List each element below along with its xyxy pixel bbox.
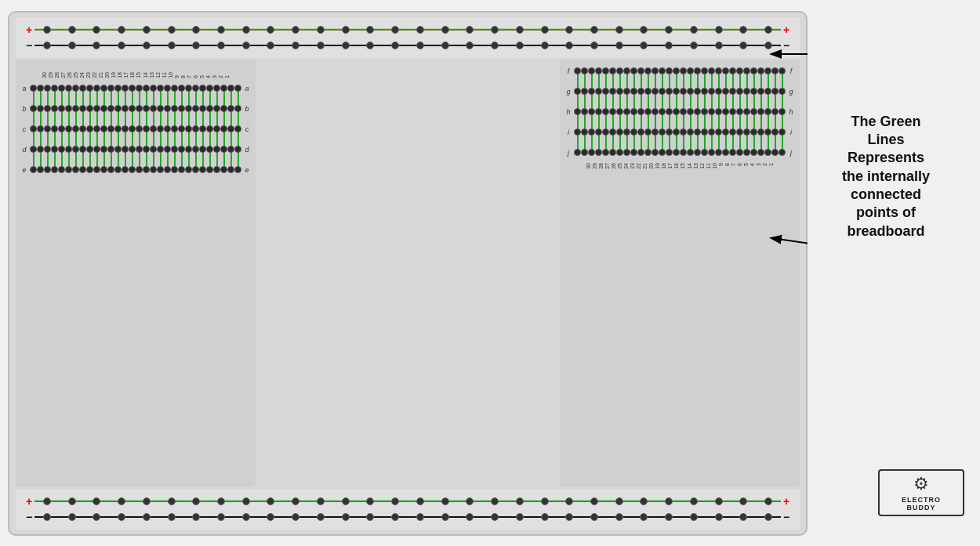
col-number-label: 17 <box>123 72 129 78</box>
grid-cell <box>722 61 729 81</box>
row-label-right: f <box>786 67 797 75</box>
grid-dot <box>206 105 213 112</box>
grid-cell <box>588 61 595 81</box>
annotation-line3: Represents <box>848 150 924 165</box>
rail-dot <box>242 497 250 505</box>
grid-dot <box>595 88 602 95</box>
rail-dot <box>292 513 299 521</box>
col-number-label: 27 <box>604 163 610 169</box>
grid-dot <box>122 105 129 112</box>
top-plus-dots <box>34 24 781 36</box>
grid-cell <box>581 61 588 81</box>
grid-dot <box>86 166 93 173</box>
grid-dot <box>220 85 227 92</box>
grid-dot <box>581 149 588 156</box>
rail-dot <box>764 42 772 49</box>
grid-dot <box>65 85 72 92</box>
grid-dot <box>199 85 206 92</box>
grid-dot <box>51 85 58 92</box>
grid-cell <box>100 78 107 99</box>
grid-dot <box>37 125 44 132</box>
grid-dot <box>143 146 150 153</box>
rail-dot <box>391 513 399 521</box>
grid-dot <box>595 149 602 156</box>
grid-dot <box>93 146 100 153</box>
rail-dot <box>317 26 325 34</box>
grid-dot <box>701 128 708 136</box>
rail-dot <box>366 513 374 521</box>
grid-dot <box>65 166 72 173</box>
rail-dot <box>416 497 424 505</box>
grid-cell <box>609 61 616 81</box>
grid-dot <box>588 128 595 136</box>
grid-dot <box>701 88 708 95</box>
grid-dot <box>129 166 136 173</box>
grid-dot <box>637 67 644 74</box>
grid-cell <box>192 78 199 99</box>
top-plus-label-right: + <box>781 24 792 36</box>
grid-dot <box>623 149 630 156</box>
row-label-left: c <box>19 125 30 133</box>
grid-dot <box>701 149 708 156</box>
grid-dot <box>107 146 114 153</box>
col-number-label: 11 <box>706 163 711 169</box>
grid-dot <box>30 146 37 153</box>
annotation-area: The Green Lines Represents the internall… <box>808 11 972 536</box>
grid-dot <box>185 166 192 173</box>
grid-cell <box>694 61 701 81</box>
bottom-grid-half: ffgghhiijj 30292827262524232221201918171… <box>560 60 800 487</box>
grid-dot <box>157 166 164 173</box>
grid-dot <box>715 108 722 115</box>
col-number-label: 16 <box>129 72 135 78</box>
rail-dot <box>541 513 549 521</box>
col-number-label: 8 <box>724 163 730 166</box>
grid-cell <box>164 78 171 99</box>
grid-dot <box>192 125 199 132</box>
rail-dot <box>541 497 549 505</box>
rail-dot <box>391 497 399 505</box>
grid-dot <box>673 108 680 115</box>
row-label-left: h <box>563 108 574 116</box>
grid-rows-bottom: ffgghhiijj <box>563 61 797 163</box>
grid-dot <box>129 146 136 153</box>
grid-dot <box>687 108 694 115</box>
grid-cell <box>171 78 178 99</box>
grid-dot <box>114 166 122 173</box>
grid-dot <box>143 85 150 92</box>
rail-dot <box>715 497 723 505</box>
main-container: + + − − <box>8 7 972 540</box>
bottom-power-rail: + + − − <box>16 489 800 530</box>
grid-dot <box>637 108 644 115</box>
rail-dot <box>366 42 374 49</box>
rail-dot <box>416 513 424 521</box>
rail-dot <box>391 42 399 49</box>
grid-dot <box>72 125 79 132</box>
grid-dot <box>602 149 609 156</box>
col-number-label: 12 <box>155 72 161 78</box>
rail-dot <box>93 42 100 49</box>
grid-dot <box>44 125 51 132</box>
rail-dot <box>416 42 424 49</box>
grid-dot <box>771 88 779 95</box>
grid-dot <box>51 146 58 153</box>
grid-dot <box>708 149 715 156</box>
rail-dot <box>441 42 449 49</box>
grid-dot <box>220 166 227 173</box>
grid-dot <box>630 67 637 74</box>
top-power-rail: + + − − <box>16 17 800 58</box>
top-minus-label-right: − <box>781 39 792 52</box>
grid-dot <box>708 128 715 136</box>
rail-dot <box>267 42 274 49</box>
grid-dot <box>659 149 666 156</box>
grid-dot <box>623 108 630 115</box>
grid-cell <box>644 61 652 81</box>
rail-dot <box>640 42 648 49</box>
rail-dot <box>391 26 399 34</box>
grid-dot <box>722 149 729 156</box>
rail-dot <box>118 497 125 505</box>
grid-cell <box>750 61 757 81</box>
grid-dot <box>143 105 150 112</box>
bottom-minus-label-right: − <box>781 511 792 523</box>
grid-dot <box>44 146 51 153</box>
rail-dot <box>267 513 274 521</box>
